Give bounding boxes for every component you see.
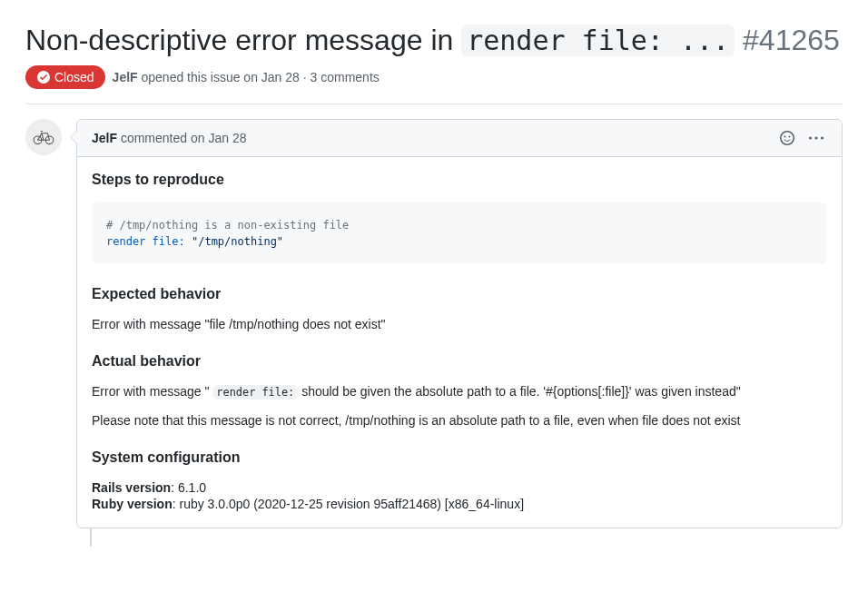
avatar[interactable]: [25, 119, 62, 155]
opened-text: opened this issue: [138, 70, 244, 84]
heading-sysconfig: System configuration: [92, 449, 827, 466]
rails-version-label: Rails version: [92, 480, 171, 495]
system-info: Rails version: 6.1.0 Ruby version: ruby …: [92, 480, 827, 511]
issue-number: #41265: [743, 24, 840, 56]
expected-text: Error with message "file /tmp/nothing do…: [92, 317, 827, 331]
kebab-icon: [809, 131, 824, 145]
commented-text: commented: [117, 131, 191, 145]
comment-box: JelF commented on Jan 28 Steps to reprod…: [76, 119, 843, 528]
emoji-reaction-button[interactable]: [776, 127, 798, 149]
code-string: "/tmp/nothing": [192, 235, 283, 248]
opened-date-link[interactable]: on Jan 28: [243, 70, 300, 84]
code-keyword-file: file:: [153, 235, 185, 248]
heading-actual: Actual behavior: [92, 353, 827, 370]
code-comment: # /tmp/nothing is a non-existing file: [106, 219, 349, 232]
actual-text: Error with message " render file: should…: [92, 384, 827, 399]
rails-version-value: : 6.1.0: [171, 480, 206, 495]
ruby-version-value: : ruby 3.0.0p0 (2020-12-25 revision 95af…: [173, 497, 524, 511]
actual-post: should be given the absolute path to a f…: [298, 384, 740, 399]
bicycle-icon: [32, 125, 55, 149]
code-block-reproduce: # /tmp/nothing is a non-existing file re…: [92, 202, 827, 264]
code-keyword-render: render: [106, 235, 145, 248]
actual-inline-code: render file:: [212, 385, 298, 400]
smiley-icon: [780, 131, 794, 145]
comment-date-link[interactable]: on Jan 28: [191, 131, 247, 145]
comment-body: Steps to reproduce # /tmp/nothing is a n…: [77, 157, 842, 528]
comment-header: JelF commented on Jan 28: [77, 120, 842, 157]
heading-steps: Steps to reproduce: [92, 172, 827, 188]
kebab-menu-button[interactable]: [805, 127, 827, 149]
state-badge-closed: Closed: [25, 65, 105, 89]
issue-meta: JelF opened this issue on Jan 28 · 3 com…: [113, 70, 380, 84]
heading-expected: Expected behavior: [92, 286, 827, 302]
ruby-version-label: Ruby version: [92, 497, 173, 511]
issue-title: Non-descriptive error message in render …: [25, 22, 843, 58]
issue-closed-icon: [36, 70, 51, 84]
issue-title-code: render file: ...: [461, 25, 735, 56]
actual-pre: Error with message ": [92, 384, 212, 399]
meta-sep: ·: [300, 70, 311, 84]
timeline-connector: [90, 528, 92, 547]
comment-author-link[interactable]: JelF: [92, 131, 117, 145]
issue-title-text: Non-descriptive error message in: [25, 24, 461, 56]
issue-author-link[interactable]: JelF: [113, 70, 138, 84]
state-label: Closed: [54, 70, 94, 84]
comment-count: 3 comments: [311, 70, 380, 84]
note-text: Please note that this message is not cor…: [92, 413, 827, 428]
